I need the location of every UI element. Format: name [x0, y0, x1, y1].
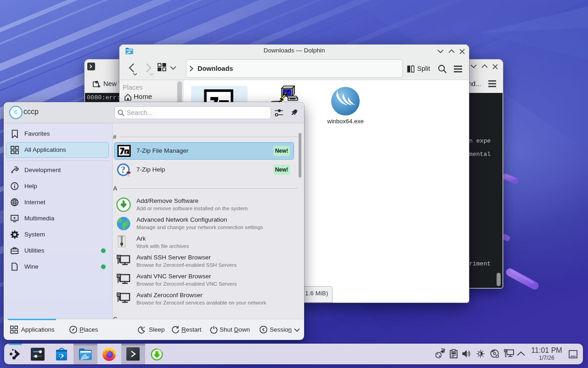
svg-text:z: z	[125, 149, 128, 155]
svg-text:?: ?	[121, 165, 125, 175]
svg-text:z: z	[144, 326, 145, 328]
